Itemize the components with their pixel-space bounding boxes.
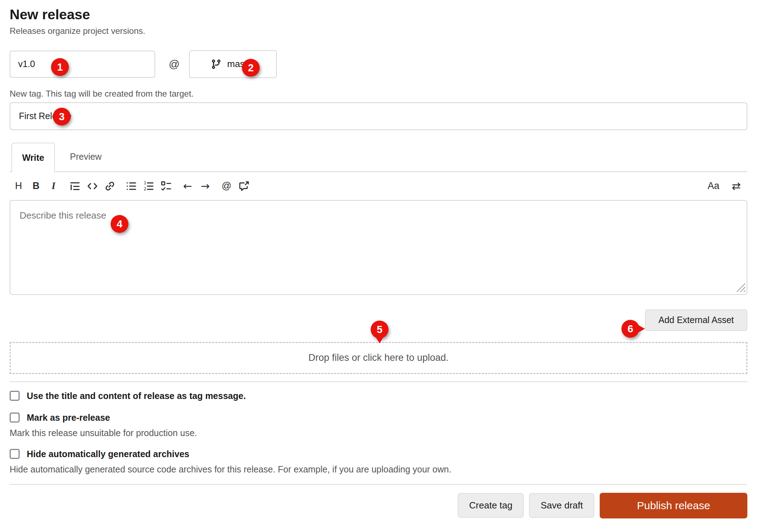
arrow-right-icon: → (200, 181, 209, 191)
hide-archives-checkbox[interactable] (10, 449, 20, 459)
dropzone-text: Drop files or click here to upload. (308, 352, 448, 363)
editor-tabs: Write Preview (10, 142, 747, 172)
release-description-textarea[interactable] (10, 200, 747, 295)
hide-archives-description: Hide automatically generated source code… (10, 464, 747, 475)
save-draft-button[interactable]: Save draft (529, 493, 594, 518)
outdent-button[interactable]: ← (181, 179, 194, 193)
publish-release-button[interactable]: Publish release (600, 493, 747, 518)
switch-editor-button[interactable]: ⇄ (730, 179, 743, 193)
code-button[interactable] (86, 179, 99, 193)
option-pre-release: Mark as pre-release Mark this release un… (10, 413, 747, 438)
quote-icon (70, 181, 80, 191)
link-icon (105, 181, 115, 191)
release-options: Use the title and content of release as … (10, 391, 747, 475)
target-branch-dropdown[interactable]: master (189, 50, 277, 78)
tab-preview[interactable]: Preview (55, 142, 117, 171)
footer-actions: Create tag Save draft Publish release (10, 493, 747, 518)
release-title-input[interactable] (10, 102, 747, 130)
tag-target-row: @ master (10, 50, 747, 78)
section-divider (10, 381, 747, 382)
monospace-icon: Aa (707, 181, 719, 191)
git-branch-icon (211, 59, 222, 70)
italic-icon: I (52, 181, 56, 191)
link-button[interactable] (103, 179, 117, 193)
add-external-asset-button[interactable]: Add External Asset (645, 310, 747, 331)
monospace-toggle-button[interactable]: Aa (704, 179, 723, 193)
heading-button[interactable]: H (12, 179, 25, 193)
arrow-left-icon: ← (183, 181, 192, 191)
tag-message-label[interactable]: Use the title and content of release as … (27, 391, 246, 401)
hide-archives-label[interactable]: Hide automatically generated archives (27, 449, 189, 459)
annotation-marker-6: 6 (621, 320, 639, 338)
at-separator: @ (169, 58, 179, 70)
reference-button[interactable] (237, 179, 251, 193)
bold-icon: B (32, 181, 40, 191)
task-list-button[interactable] (159, 179, 173, 193)
tag-message-checkbox[interactable] (10, 391, 20, 401)
page-subtitle: Releases organize project versions. (10, 26, 747, 36)
markdown-toolbar: H B I (10, 172, 747, 200)
create-tag-button[interactable]: Create tag (458, 493, 524, 518)
svg-text:2: 2 (144, 186, 147, 191)
annotation-marker-3: 3 (53, 108, 71, 126)
pre-release-description: Mark this release unsuitable for product… (10, 428, 747, 438)
editor-body (10, 200, 747, 295)
ordered-list-icon: 1 2 (143, 181, 154, 191)
annotation-marker-5: 5 (371, 321, 388, 338)
svg-text:1: 1 (144, 181, 147, 185)
unordered-list-icon (126, 181, 137, 191)
heading-icon: H (15, 181, 22, 191)
quote-button[interactable] (68, 179, 82, 193)
tab-write[interactable]: Write (11, 143, 55, 172)
footer-divider (10, 484, 747, 485)
italic-button[interactable]: I (47, 179, 60, 193)
tag-helper-text: New tag. This tag will be created from t… (10, 89, 747, 99)
indent-button[interactable]: → (198, 179, 212, 193)
pre-release-checkbox[interactable] (10, 413, 20, 423)
cross-reference-icon (239, 181, 249, 191)
task-list-icon (161, 181, 172, 191)
annotation-marker-4: 4 (111, 215, 128, 233)
option-hide-archives: Hide automatically generated archives Hi… (10, 449, 747, 475)
option-tag-message: Use the title and content of release as … (10, 391, 747, 401)
bold-button[interactable]: B (29, 179, 43, 193)
new-release-page: New release Releases organize project ve… (0, 0, 757, 532)
mention-icon: @ (222, 181, 231, 191)
annotation-marker-2: 2 (242, 59, 260, 77)
page-title: New release (10, 6, 747, 23)
pre-release-label[interactable]: Mark as pre-release (27, 413, 110, 423)
mention-button[interactable]: @ (220, 179, 233, 193)
unordered-list-button[interactable] (125, 179, 138, 193)
annotation-marker-1: 1 (51, 58, 69, 76)
tag-name-input[interactable] (10, 51, 155, 78)
ordered-list-button[interactable]: 1 2 (142, 179, 156, 193)
switch-arrows-icon: ⇄ (732, 181, 741, 191)
code-icon (87, 181, 98, 191)
